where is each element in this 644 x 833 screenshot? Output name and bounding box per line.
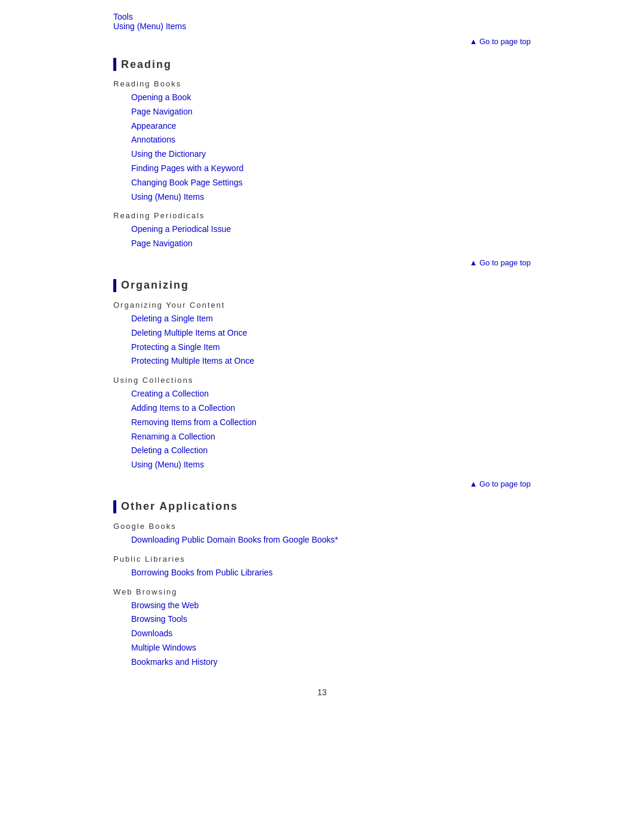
link-multiple-windows[interactable]: Multiple Windows — [131, 641, 531, 655]
section-heading-organizing: Organizing — [113, 279, 531, 292]
subsection-using-collections: Using Collections Creating a Collection … — [113, 376, 531, 472]
link-browsing-web[interactable]: Browsing the Web — [131, 599, 531, 613]
top-links: Tools Using (Menu) Items — [113, 12, 531, 31]
link-deleting-multiple[interactable]: Deleting Multiple Items at Once — [131, 326, 531, 340]
link-using-menu-items-collections[interactable]: Using (Menu) Items — [131, 458, 531, 472]
subsection-links-reading-books: Opening a Book Page Navigation Appearanc… — [131, 91, 531, 204]
link-protecting-single[interactable]: Protecting a Single Item — [131, 340, 531, 355]
subsection-heading-reading-books: Reading Books — [113, 79, 531, 88]
top-link-tools[interactable]: Tools — [113, 12, 133, 21]
subsection-heading-google-books: Google Books — [113, 522, 531, 531]
link-removing-items[interactable]: Removing Items from a Collection — [131, 416, 531, 430]
subsection-reading-books: Reading Books Opening a Book Page Naviga… — [113, 79, 531, 204]
top-link-using-menu-items[interactable]: Using (Menu) Items — [113, 21, 186, 31]
link-browsing-tools[interactable]: Browsing Tools — [131, 612, 531, 627]
section-heading-reading: Reading — [113, 58, 531, 71]
section-bar-reading — [113, 58, 116, 71]
link-page-navigation-books[interactable]: Page Navigation — [131, 105, 531, 119]
subsection-links-organizing-content: Deleting a Single Item Deleting Multiple… — [131, 312, 531, 368]
link-deleting-single[interactable]: Deleting a Single Item — [131, 312, 531, 326]
subsection-heading-public-libraries: Public Libraries — [113, 555, 531, 563]
subsection-web-browsing: Web Browsing Browsing the Web Browsing T… — [113, 587, 531, 670]
link-bookmarks-history[interactable]: Bookmarks and History — [131, 655, 531, 670]
section-organizing: Organizing Organizing Your Content Delet… — [113, 279, 531, 488]
subsection-heading-web-browsing: Web Browsing — [113, 587, 531, 596]
page-container: Tools Using (Menu) Items Go to page top … — [89, 0, 555, 733]
subsection-public-libraries: Public Libraries Borrowing Books from Pu… — [113, 555, 531, 580]
link-using-menu-items-books[interactable]: Using (Menu) Items — [131, 190, 531, 205]
go-to-top-organizing[interactable]: Go to page top — [113, 479, 531, 488]
subsection-heading-organizing-content: Organizing Your Content — [113, 301, 531, 309]
link-downloads[interactable]: Downloads — [131, 627, 531, 641]
subsection-links-web-browsing: Browsing the Web Browsing Tools Download… — [131, 599, 531, 670]
link-adding-items[interactable]: Adding Items to a Collection — [131, 401, 531, 416]
subsection-links-using-collections: Creating a Collection Adding Items to a … — [131, 387, 531, 472]
subsection-links-google-books: Downloading Public Domain Books from Goo… — [131, 533, 531, 547]
subsection-links-reading-periodicals: Opening a Periodical Issue Page Navigati… — [131, 222, 531, 251]
link-creating-collection[interactable]: Creating a Collection — [131, 387, 531, 401]
link-using-dictionary[interactable]: Using the Dictionary — [131, 147, 531, 162]
subsection-heading-reading-periodicals: Reading Periodicals — [113, 211, 531, 220]
link-protecting-multiple[interactable]: Protecting Multiple Items at Once — [131, 354, 531, 368]
subsection-google-books: Google Books Downloading Public Domain B… — [113, 522, 531, 547]
page-number: 13 — [113, 688, 531, 697]
go-to-top-initial[interactable]: Go to page top — [113, 37, 531, 46]
go-to-top-reading[interactable]: Go to page top — [113, 258, 531, 267]
link-changing-book-settings[interactable]: Changing Book Page Settings — [131, 176, 531, 190]
subsection-reading-periodicals: Reading Periodicals Opening a Periodical… — [113, 211, 531, 251]
subsection-links-public-libraries: Borrowing Books from Public Libraries — [131, 566, 531, 580]
link-opening-periodical[interactable]: Opening a Periodical Issue — [131, 222, 531, 237]
section-bar-other-applications — [113, 500, 116, 513]
section-heading-other-applications: Other Applications — [113, 500, 531, 513]
subsection-heading-using-collections: Using Collections — [113, 376, 531, 385]
subsection-organizing-content: Organizing Your Content Deleting a Singl… — [113, 301, 531, 368]
link-renaming-collection[interactable]: Renaming a Collection — [131, 430, 531, 444]
link-appearance[interactable]: Appearance — [131, 119, 531, 134]
section-bar-organizing — [113, 279, 116, 292]
section-reading: Reading Reading Books Opening a Book Pag… — [113, 58, 531, 267]
link-google-books[interactable]: Downloading Public Domain Books from Goo… — [131, 533, 531, 547]
link-annotations[interactable]: Annotations — [131, 133, 531, 147]
section-other-applications: Other Applications Google Books Download… — [113, 500, 531, 670]
link-opening-a-book[interactable]: Opening a Book — [131, 91, 531, 105]
link-page-navigation-periodicals[interactable]: Page Navigation — [131, 237, 531, 251]
link-borrowing-books[interactable]: Borrowing Books from Public Libraries — [131, 566, 531, 580]
link-deleting-collection[interactable]: Deleting a Collection — [131, 444, 531, 458]
link-finding-pages[interactable]: Finding Pages with a Keyword — [131, 162, 531, 176]
